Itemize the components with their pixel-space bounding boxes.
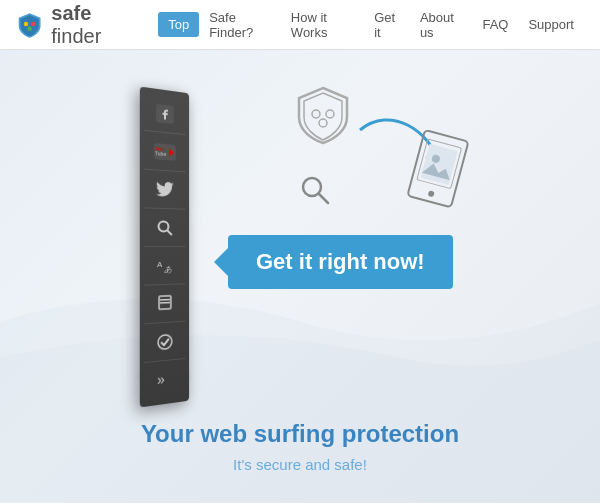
svg-point-17 <box>312 110 320 118</box>
svg-point-1 <box>31 21 36 26</box>
logo: safe finder <box>16 2 138 48</box>
svg-text:»: » <box>157 373 165 387</box>
bottom-title: Your web surfing protection <box>0 420 600 448</box>
main-content: YouTube Aあ » <box>0 50 600 503</box>
nav-item-top[interactable]: Top <box>158 12 199 37</box>
bottom-section: Your web surfing protection It's secure … <box>0 420 600 473</box>
svg-point-0 <box>24 21 29 26</box>
sidebar-toolbar: YouTube Aあ » <box>140 87 189 408</box>
header: safe finder Top Safe Finder? How it Work… <box>0 0 600 50</box>
svg-text:Tube: Tube <box>155 150 166 157</box>
toolbar-bookmark[interactable] <box>144 284 185 324</box>
toolbar-translate[interactable]: Aあ <box>144 247 185 286</box>
svg-point-19 <box>319 119 327 127</box>
toolbar-check[interactable] <box>144 322 185 363</box>
nav: Top Safe Finder? How it Works Get it Abo… <box>158 5 584 45</box>
nav-item-getit[interactable]: Get it <box>364 5 410 45</box>
svg-rect-14 <box>160 302 170 304</box>
svg-text:あ: あ <box>164 264 172 273</box>
nav-item-safefinder[interactable]: Safe Finder? <box>199 5 281 45</box>
svg-point-15 <box>158 334 172 349</box>
toolbar-twitter[interactable] <box>144 170 185 210</box>
logo-text: safe finder <box>51 2 138 48</box>
svg-point-18 <box>326 110 334 118</box>
svg-point-2 <box>27 26 32 31</box>
cta-button[interactable]: Get it right now! <box>228 235 453 289</box>
nav-item-howitworks[interactable]: How it Works <box>281 5 364 45</box>
svg-line-9 <box>167 230 171 235</box>
toolbar-search[interactable] <box>144 208 185 247</box>
toolbar-youtube[interactable]: YouTube <box>144 131 185 172</box>
svg-rect-25 <box>421 144 458 185</box>
svg-rect-13 <box>160 299 170 301</box>
nav-item-aboutus[interactable]: About us <box>410 5 473 45</box>
nav-item-support[interactable]: Support <box>518 12 584 37</box>
logo-icon <box>16 10 43 40</box>
toolbar-arrows[interactable]: » <box>144 359 185 402</box>
toolbar-facebook[interactable] <box>144 92 185 135</box>
svg-line-21 <box>319 194 328 203</box>
svg-text:A: A <box>157 260 163 269</box>
bottom-subtitle: It's secure and safe! <box>0 456 600 473</box>
svg-point-24 <box>428 190 435 197</box>
svg-point-8 <box>159 221 169 231</box>
nav-item-faq[interactable]: FAQ <box>472 12 518 37</box>
